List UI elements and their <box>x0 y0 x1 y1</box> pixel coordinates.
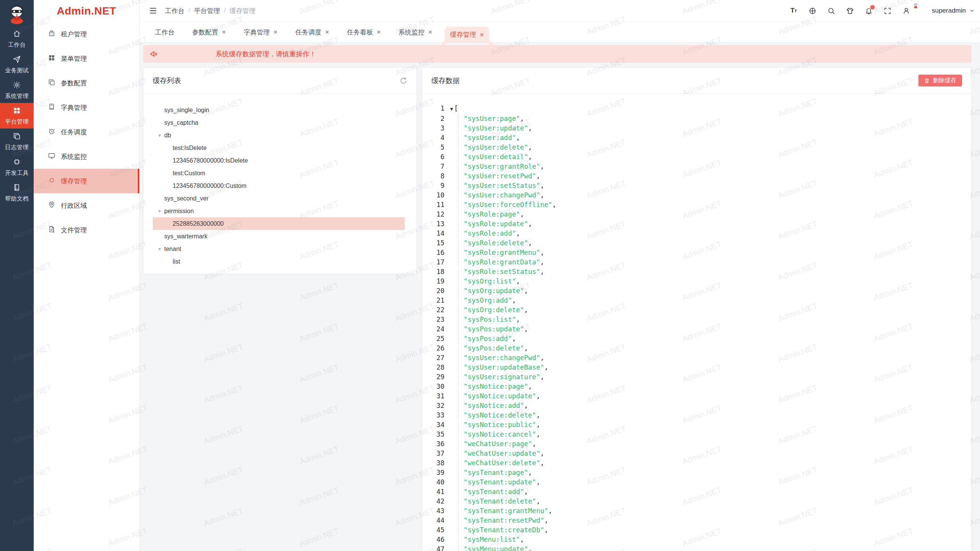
comma: , <box>536 497 541 505</box>
line-number: 47 <box>422 544 444 551</box>
header-bar: 工作台/平台管理/缓存管理 Tт superadmin <box>140 0 980 22</box>
line-number: 21 <box>422 296 444 305</box>
tree-node-252885263000000[interactable]: 252885263000000 <box>153 217 405 230</box>
menu-item-label: 菜单管理 <box>61 54 87 63</box>
line-number: 11 <box>422 200 444 210</box>
tab-任务调度[interactable]: 任务调度✕ <box>290 22 335 42</box>
warning-alert: 系统缓存数据管理，请慎重操作！ <box>143 45 972 63</box>
json-string: "sysUser:updateBase" <box>464 364 544 371</box>
line-number: 22 <box>422 305 444 315</box>
rail-item-开发工具[interactable]: 开发工具 <box>0 154 34 180</box>
menu-item-字典管理[interactable]: 字典管理 <box>34 95 139 120</box>
user-menu[interactable]: superadmin <box>913 3 975 18</box>
menu-item-任务调度[interactable]: 任务调度 <box>34 120 139 144</box>
rail-item-系统管理[interactable]: 系统管理 <box>0 77 34 103</box>
code-line: 19"sysOrg:list", <box>422 277 971 286</box>
line-number: 33 <box>422 411 444 420</box>
code-line: 26"sysPos:delete", <box>422 344 971 353</box>
fullscreen-icon[interactable] <box>883 6 892 15</box>
menu-item-参数配置[interactable]: 参数配置 <box>34 71 139 95</box>
dict-icon <box>48 103 56 112</box>
tree-node-sys_captcha[interactable]: sys_captcha <box>153 116 405 129</box>
tree-node-sys_single_login[interactable]: sys_single_login <box>153 104 405 116</box>
theme-icon[interactable] <box>845 6 854 15</box>
code-line: 16"sysRole:grantMenu", <box>422 248 971 258</box>
tab-close-icon[interactable]: ✕ <box>273 29 278 35</box>
line-number: 30 <box>422 382 444 391</box>
menu-item-菜单管理[interactable]: 菜单管理 <box>34 46 139 71</box>
collapse-caret-icon[interactable]: ▼ <box>450 106 453 112</box>
font-size-icon[interactable]: Tт <box>789 6 798 15</box>
rail-item-工作台[interactable]: 工作台 <box>0 26 34 52</box>
caret-down-icon[interactable]: ▼ <box>157 247 163 251</box>
caret-down-icon[interactable]: ▼ <box>157 133 163 138</box>
rail-item-业务测试[interactable]: 业务测试 <box>0 52 34 77</box>
tree-node-sys_second_ver[interactable]: sys_second_ver <box>153 192 405 205</box>
comma: , <box>516 134 520 142</box>
tab-label: 任务看板 <box>347 28 373 37</box>
line-number: 13 <box>422 219 444 229</box>
json-string: "sysUser:detail" <box>464 153 528 161</box>
tree-node-permission[interactable]: ▼permission <box>153 205 405 217</box>
tab-close-icon[interactable]: ✕ <box>428 29 433 35</box>
line-number: 32 <box>422 401 444 411</box>
line-number: 43 <box>422 506 444 516</box>
profile-icon[interactable] <box>902 6 911 15</box>
tree-node-test:IsDelete[interactable]: test:IsDelete <box>153 142 405 154</box>
code-line: 9"sysUser:setStatus", <box>422 181 971 191</box>
menu-item-行政区域[interactable]: 行政区域 <box>34 193 139 218</box>
tree-node-sys_wartermark[interactable]: sys_wartermark <box>153 230 405 243</box>
comma: , <box>540 354 544 362</box>
json-string: "sysRole:page" <box>464 210 520 218</box>
tab-close-icon[interactable]: ✕ <box>480 32 484 38</box>
menu-item-label: 行政区域 <box>61 201 87 210</box>
tree-node-123456780000000:Custom[interactable]: 123456780000000:Custom <box>153 179 405 192</box>
rail-item-帮助文档[interactable]: 帮助文档 <box>0 180 34 205</box>
breadcrumb-item[interactable]: 缓存管理 <box>229 7 255 15</box>
rail-item-平台管理[interactable]: 平台管理 <box>0 103 34 129</box>
tab-close-icon[interactable]: ✕ <box>325 29 329 35</box>
collapse-menu-icon[interactable] <box>149 7 157 15</box>
tree-node-label: sys_second_ver <box>164 195 209 202</box>
tab-工作台[interactable]: 工作台 <box>150 22 180 42</box>
menu-item-文件管理[interactable]: 文件管理 <box>34 218 139 242</box>
menu-item-缓存管理[interactable]: 缓存管理 <box>34 169 139 193</box>
tab-缓存管理[interactable]: 缓存管理✕ <box>445 27 490 42</box>
menu-item-租户管理[interactable]: 租户管理 <box>34 22 139 46</box>
rail-item-日志管理[interactable]: 日志管理 <box>0 129 34 154</box>
search-icon[interactable] <box>826 6 836 15</box>
tab-字典管理[interactable]: 字典管理✕ <box>238 22 283 42</box>
json-string: "sysUser:grantRole" <box>464 163 540 170</box>
delete-cache-button[interactable]: 删除缓存 <box>918 75 962 86</box>
tab-任务看板[interactable]: 任务看板✕ <box>341 22 386 42</box>
comma: , <box>516 316 520 323</box>
caret-down-icon[interactable]: ▼ <box>157 209 163 214</box>
comma: , <box>524 402 528 409</box>
comma: , <box>528 220 532 228</box>
tree-node-label: list <box>173 258 180 265</box>
tree-node-list[interactable]: list <box>153 255 405 268</box>
breadcrumb-item[interactable]: 工作台 <box>165 7 185 15</box>
comma: , <box>528 545 532 551</box>
main-column: 工作台/平台管理/缓存管理 Tт superadmin 工作台参数配置 <box>140 0 980 551</box>
tree-node-db[interactable]: ▼db <box>153 129 405 142</box>
refresh-icon[interactable] <box>400 77 407 85</box>
tree-node-123456780000000:IsDelete[interactable]: 123456780000000:IsDelete <box>153 154 405 167</box>
menu-item-系统监控[interactable]: 系统监控 <box>34 144 139 169</box>
tab-close-icon[interactable]: ✕ <box>222 29 226 35</box>
tab-系统监控[interactable]: 系统监控✕ <box>393 22 438 42</box>
breadcrumb-item[interactable]: 平台管理 <box>194 7 220 15</box>
comma: , <box>544 526 549 534</box>
json-string: "sysRole:delete" <box>464 239 528 247</box>
tree-node-label: test:IsDelete <box>173 145 207 152</box>
secondary-nav: 租户管理菜单管理参数配置字典管理任务调度系统监控缓存管理行政区域文件管理 <box>34 22 139 242</box>
line-number: 19 <box>422 277 444 286</box>
line-number: 39 <box>422 468 444 478</box>
tab-参数配置[interactable]: 参数配置✕ <box>187 22 232 42</box>
tree-node-test:Custom[interactable]: test:Custom <box>153 167 405 179</box>
language-icon[interactable] <box>808 6 817 15</box>
comma: , <box>528 124 532 132</box>
tab-close-icon[interactable]: ✕ <box>376 29 381 35</box>
notification-icon[interactable] <box>864 6 873 15</box>
tree-node-tenant[interactable]: ▼tenant <box>153 243 405 255</box>
